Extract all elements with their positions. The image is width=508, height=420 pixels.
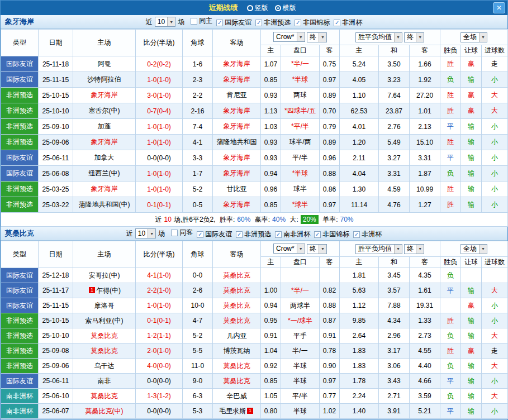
avg-draw-odds: 3.31: [379, 166, 410, 182]
match-type: 非洲预选: [1, 359, 39, 374]
avg-odds-select[interactable]: 胜平负均值▼: [355, 244, 402, 254]
home-team-name: 象牙海岸: [91, 185, 118, 193]
avg-odds-select[interactable]: 胜平负均值▼: [355, 32, 402, 42]
avg-home-odds: 1.81: [340, 268, 379, 283]
avg-draw-odds: 3.06: [379, 359, 410, 374]
home-team-cell: 象牙海岸: [73, 182, 136, 197]
home-team-cell: 蒲隆地共和国(中): [73, 197, 136, 213]
away-team-name: 象牙海岸: [224, 201, 250, 208]
match-type: 国际友谊: [1, 150, 39, 166]
match-score: 3-0(1-0): [136, 88, 183, 103]
checkbox-icon: ✓: [255, 20, 262, 26]
filter-checkbox[interactable]: ✓非洲预选: [255, 18, 291, 27]
away-team-name: 甘比亚: [227, 185, 247, 193]
corners: 2-16: [183, 103, 213, 119]
filter-checkbox[interactable]: ✓非国锦标: [314, 230, 349, 239]
corners: 7-4: [183, 119, 213, 135]
filter-checkbox[interactable]: 同主: [191, 16, 212, 26]
bookmaker-select[interactable]: Crow*▼: [273, 32, 305, 42]
checkbox-label: 同主: [199, 16, 212, 26]
col-type: 类型: [1, 241, 39, 268]
odds-time-select[interactable]: 终▼: [307, 32, 327, 42]
bookmaker-select[interactable]: Crow*▼: [273, 244, 305, 254]
filter-checkbox[interactable]: ✓非洲杯: [353, 230, 382, 239]
avg-home-odds: 4.05: [340, 72, 379, 88]
home-team-cell: 莫桑比克: [73, 389, 136, 404]
home-team-name: 纽西兰(中): [89, 169, 120, 177]
scope-select[interactable]: 全场▼: [460, 244, 487, 254]
filter-checkbox[interactable]: ✓南非洲杯: [275, 230, 310, 239]
filter-checkbox[interactable]: 同客: [171, 228, 193, 237]
avg-odds-header: 胜平负均值▼ 终▼: [340, 30, 440, 45]
col-odds-away: 客: [410, 45, 440, 56]
avg-odds-header: 胜平负均值▼ 终▼: [340, 241, 440, 257]
avg-draw-odds: 5.49: [379, 135, 410, 150]
layout-radio-horizontal[interactable]: 横版: [275, 3, 296, 13]
summary-single-rate: 70%: [340, 216, 353, 223]
corners: 5-2: [183, 182, 213, 197]
chevron-down-icon: ▼: [394, 33, 402, 42]
handicap-line: 平/半: [281, 389, 320, 404]
home-team-cell: 乌干达: [73, 359, 136, 374]
avg-draw-odds: 3.17: [379, 343, 410, 359]
handicap-odds-header: Crow*▼ 终▼: [261, 241, 340, 257]
col-handicap-away: 客: [320, 257, 340, 268]
result-goals: 小: [482, 166, 508, 182]
match-type: 国际友谊: [1, 374, 39, 389]
home-team-name: 象牙海岸: [91, 91, 118, 99]
layout-radio-vertical[interactable]: 竖版: [247, 3, 268, 13]
match-row: 南非洲杯25-06-10莫桑比克1-3(1-2)6-3辛巴威1.05平/半0.7…: [1, 389, 508, 404]
match-date: 25-03-25: [39, 182, 73, 197]
result-outcome: [440, 298, 461, 313]
result-outcome: 负: [440, 72, 461, 88]
away-team-name: 象牙海岸: [224, 107, 250, 114]
checkbox-icon: ✓: [236, 231, 243, 238]
result-outcome: 负: [440, 359, 461, 374]
filter-checkbox[interactable]: ✓国际友谊: [197, 230, 232, 239]
match-date: 25-11-18: [39, 56, 73, 72]
matches-table: 类型 日期 主场 比分(半场) 角球 客场 Crow*▼ 终▼ 胜平负均值▼ 终…: [1, 29, 508, 227]
match-type: 南非洲杯: [1, 389, 39, 404]
handicap-line: 平/半: [281, 150, 320, 166]
checkbox-label: 非国锦标: [303, 18, 330, 27]
avg-home-odds: 2.11: [340, 150, 379, 166]
games-count-select[interactable]: 10▼: [135, 228, 156, 238]
result-handicap: 输: [461, 197, 482, 213]
corners: 0-0: [183, 268, 213, 283]
avg-home-odds: 4.04: [340, 166, 379, 182]
match-date: 25-12-18: [39, 268, 73, 283]
handicap-home-water: 0.93: [261, 135, 281, 150]
col-away: 客场: [213, 30, 261, 56]
scope-select[interactable]: 全场▼: [460, 32, 487, 42]
checkbox-label: 非洲杯: [342, 18, 362, 27]
avg-away-odds: 4.35: [410, 268, 440, 283]
col-handicap-result: 让球: [461, 257, 482, 268]
match-type: 非洲预选: [1, 182, 39, 197]
corners: 2-2: [183, 88, 213, 103]
avg-away-odds: 4.66: [410, 374, 440, 389]
avg-home-odds: 1.20: [340, 135, 379, 150]
close-button[interactable]: ✕: [493, 2, 505, 13]
filter-checkbox[interactable]: ✓非洲杯: [334, 18, 362, 27]
handicap-home-water: 1.04: [261, 343, 281, 359]
avg-home-odds: 11.14: [340, 197, 379, 213]
home-team-name: 象牙海岸: [91, 138, 118, 146]
home-team-cell: 塞舌尔(中): [73, 103, 136, 119]
avg-away-odds: 1.27: [410, 197, 440, 213]
handicap-away-water: [320, 268, 340, 283]
filter-checkbox[interactable]: ✓国际友谊: [216, 18, 251, 27]
filter-checkbox[interactable]: ✓非洲预选: [236, 230, 271, 239]
red-card-badge: 1: [89, 287, 95, 293]
odds-time-select[interactable]: 终▼: [404, 32, 424, 42]
result-handicap: 输: [461, 166, 482, 182]
col-goals-result: 进球数: [482, 257, 508, 268]
result-outcome: 平: [440, 119, 461, 135]
checkbox-icon: ✓: [314, 231, 321, 238]
games-count-select[interactable]: 10▼: [155, 17, 175, 27]
summary-win-rate-label: 胜率:: [220, 216, 235, 223]
match-type: 南非洲杯: [1, 404, 39, 419]
odds-time-select[interactable]: 终▼: [307, 244, 327, 254]
filter-checkbox[interactable]: ✓非国锦标: [295, 18, 330, 27]
match-date: 25-11-15: [39, 72, 73, 88]
odds-time-select[interactable]: 终▼: [404, 244, 424, 254]
